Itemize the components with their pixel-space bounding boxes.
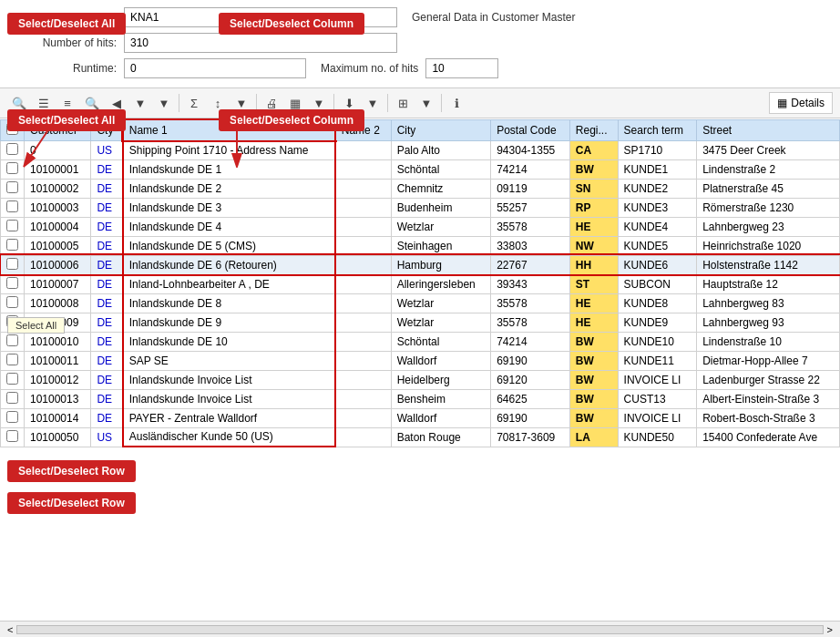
name2-cell bbox=[335, 293, 391, 313]
filter-btn[interactable]: ▼ bbox=[129, 92, 151, 114]
filter-drop-btn[interactable]: ▼ bbox=[153, 92, 175, 114]
download-drop-btn[interactable]: ▼ bbox=[362, 92, 384, 114]
table-row[interactable]: 0USShipping Point 1710 - Address NamePal… bbox=[1, 140, 840, 159]
table-row[interactable]: 10100013DEInlandskunde Invoice ListBensh… bbox=[1, 389, 840, 408]
scroll-right-arrow[interactable]: > bbox=[824, 624, 836, 635]
layout-drop-btn[interactable]: ▼ bbox=[308, 92, 330, 114]
grid-btn[interactable]: ⊞ bbox=[392, 92, 414, 114]
header-street[interactable]: Street bbox=[697, 119, 840, 140]
table-row[interactable]: 10100003DEInlandskunde DE 3Budenheim5525… bbox=[1, 198, 840, 217]
header-search-term[interactable]: Search term bbox=[618, 119, 697, 140]
table-row[interactable]: 10100001DEInlandskunde DE 1Schöntal74214… bbox=[1, 159, 840, 179]
sum-btn[interactable]: Σ bbox=[183, 92, 205, 114]
row-checkbox[interactable] bbox=[6, 162, 18, 174]
row-checkbox[interactable] bbox=[6, 315, 18, 327]
row-checkbox[interactable] bbox=[6, 334, 18, 346]
number-of-hits-input[interactable] bbox=[124, 33, 397, 53]
row-checkbox-cell[interactable] bbox=[1, 332, 25, 351]
horizontal-scrollbar[interactable] bbox=[16, 625, 823, 634]
row-checkbox[interactable] bbox=[6, 354, 18, 365]
row-checkbox[interactable] bbox=[6, 296, 18, 308]
header-region[interactable]: Regi... bbox=[569, 119, 618, 140]
search-in-table-input[interactable] bbox=[124, 7, 397, 27]
street-cell: Lahnbergweg 23 bbox=[697, 217, 840, 236]
row-checkbox-cell[interactable] bbox=[1, 159, 25, 179]
list-btn[interactable]: ☰ bbox=[33, 92, 55, 114]
name1-cell: Inlandskunde DE 3 bbox=[123, 198, 335, 217]
search-btn[interactable]: 🔍 bbox=[80, 92, 104, 114]
row-checkbox-cell[interactable] bbox=[1, 274, 25, 293]
max-hits-input[interactable] bbox=[425, 58, 498, 78]
row-checkbox[interactable] bbox=[6, 220, 18, 231]
postal-code-cell: 55257 bbox=[491, 198, 570, 217]
sort-btn[interactable]: ↕ bbox=[207, 92, 229, 114]
name1-cell: SAP SE bbox=[123, 351, 335, 370]
row-checkbox[interactable] bbox=[6, 430, 18, 442]
scroll-left-arrow[interactable]: < bbox=[4, 624, 16, 635]
table-row[interactable]: 10100014DEPAYER - Zentrale WalldorfWalld… bbox=[1, 408, 840, 427]
row-checkbox-cell[interactable] bbox=[1, 351, 25, 370]
layout-btn[interactable]: ▦ bbox=[284, 92, 306, 114]
row-checkbox[interactable] bbox=[6, 200, 18, 212]
table-row[interactable]: 10100010DEInlandskunde DE 10Schöntal7421… bbox=[1, 332, 840, 351]
header-name2[interactable]: Name 2 bbox=[335, 119, 391, 140]
separator2 bbox=[256, 94, 257, 112]
sort-drop-btn[interactable]: ▼ bbox=[230, 92, 252, 114]
list2-btn[interactable]: ≡ bbox=[56, 92, 78, 114]
row-checkbox[interactable] bbox=[6, 258, 18, 270]
header-postal-code[interactable]: Postal Code bbox=[491, 119, 570, 140]
table-row[interactable]: 10100002DEInlandskunde DE 2Chemnitz09119… bbox=[1, 179, 840, 198]
table-row[interactable]: 10100004DEInlandskunde DE 4Wetzlar35578H… bbox=[1, 217, 840, 236]
select-all-checkbox[interactable] bbox=[6, 123, 18, 135]
row-checkbox-cell[interactable] bbox=[1, 217, 25, 236]
row-checkbox[interactable] bbox=[6, 181, 18, 193]
header-cty[interactable]: Cty bbox=[91, 119, 123, 140]
header-checkbox-col[interactable] bbox=[1, 119, 25, 140]
row-checkbox[interactable] bbox=[6, 411, 18, 423]
row-checkbox-cell[interactable] bbox=[1, 427, 25, 447]
row-checkbox-cell[interactable] bbox=[1, 255, 25, 274]
row-checkbox[interactable] bbox=[6, 277, 18, 289]
row-checkbox-cell[interactable] bbox=[1, 389, 25, 408]
row-checkbox-cell[interactable] bbox=[1, 140, 25, 159]
table-row[interactable]: 10100007DEInland-Lohnbearbeiter A , DEAl… bbox=[1, 274, 840, 293]
row-checkbox[interactable] bbox=[6, 373, 18, 385]
customer-cell: 10100003 bbox=[25, 198, 91, 217]
separator3 bbox=[333, 94, 334, 112]
row-checkbox[interactable] bbox=[6, 239, 18, 251]
zoom-btn[interactable]: 🔍 bbox=[7, 92, 31, 114]
grid-drop-btn[interactable]: ▼ bbox=[415, 92, 437, 114]
table-row[interactable]: 10100009DEInlandskunde DE 9Wetzlar35578H… bbox=[1, 313, 840, 332]
table-wrapper[interactable]: Customer Cty Name 1 Name 2 City Postal C… bbox=[0, 118, 840, 621]
row-checkbox-cell[interactable] bbox=[1, 236, 25, 255]
table-row[interactable]: 10100050USAusländischer Kunde 50 (US)Bat… bbox=[1, 427, 840, 447]
postal-code-cell: 74214 bbox=[491, 332, 570, 351]
table-row[interactable]: 10100012DEInlandskunde Invoice ListHeide… bbox=[1, 370, 840, 389]
row-checkbox-cell[interactable] bbox=[1, 408, 25, 427]
header-customer[interactable]: Customer bbox=[25, 119, 91, 140]
region-cell: HE bbox=[569, 293, 618, 313]
header-city[interactable]: City bbox=[391, 119, 491, 140]
print-btn[interactable]: 🖨 bbox=[261, 92, 282, 114]
name1-cell: Inlandskunde DE 8 bbox=[123, 293, 335, 313]
row-checkbox-cell[interactable] bbox=[1, 313, 25, 332]
download-btn[interactable]: ⬇ bbox=[338, 92, 360, 114]
table-row[interactable]: 10100011DESAP SEWalldorf69190BWKUNDE11Di… bbox=[1, 351, 840, 370]
nav-btn[interactable]: ◀ bbox=[106, 92, 128, 114]
info-btn[interactable]: ℹ bbox=[446, 92, 467, 114]
row-checkbox-cell[interactable] bbox=[1, 198, 25, 217]
table-row[interactable]: 10100008DEInlandskunde DE 8Wetzlar35578H… bbox=[1, 293, 840, 313]
details-btn[interactable]: ▦ Details bbox=[769, 92, 833, 114]
city-cell: Steinhagen bbox=[391, 236, 491, 255]
name2-cell bbox=[335, 140, 391, 159]
row-checkbox-cell[interactable] bbox=[1, 293, 25, 313]
header-name1[interactable]: Name 1 bbox=[123, 119, 335, 140]
row-checkbox[interactable] bbox=[6, 392, 18, 404]
table-row[interactable]: 10100005DEInlandskunde DE 5 (CMS)Steinha… bbox=[1, 236, 840, 255]
runtime-input[interactable] bbox=[124, 58, 306, 78]
row-checkbox-cell[interactable] bbox=[1, 370, 25, 389]
row-checkbox[interactable] bbox=[6, 143, 18, 155]
row-checkbox-cell[interactable] bbox=[1, 179, 25, 198]
bottom-scrollbar-area[interactable]: < > bbox=[0, 621, 840, 637]
table-row[interactable]: 10100006DEInlandskunde DE 6 (Retouren)Ha… bbox=[1, 255, 840, 274]
